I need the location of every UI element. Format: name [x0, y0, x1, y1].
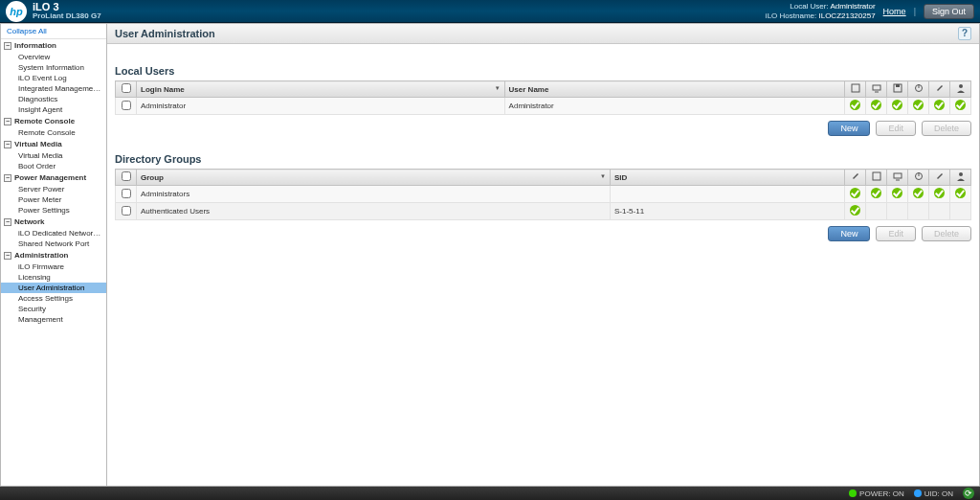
nav-group-header[interactable]: −Network: [1, 216, 106, 228]
nav-item[interactable]: iLO Dedicated Network Port: [1, 228, 106, 239]
nav-item[interactable]: Licensing: [1, 272, 106, 283]
dg-col-perm-admin[interactable]: [845, 170, 866, 186]
dg-delete-button: Delete: [922, 226, 971, 241]
svg-point-7: [959, 84, 963, 88]
nav-group-header[interactable]: −Power Management: [1, 171, 106, 184]
local-users-buttons: New Edit Delete: [115, 121, 971, 136]
row-checkbox[interactable]: [122, 189, 131, 198]
dg-col-perm-media[interactable]: [887, 170, 908, 186]
help-icon[interactable]: ?: [958, 27, 971, 40]
dg-select-all-header[interactable]: [116, 170, 137, 186]
brand-block: iLO 3 ProLiant DL380 G7: [33, 2, 101, 21]
dg-col-perm-user[interactable]: [950, 170, 971, 186]
cell-user: Administrator: [504, 98, 844, 115]
nav-group-header[interactable]: −Information: [1, 39, 106, 52]
nav-item[interactable]: User Administration: [1, 283, 106, 293]
col-perm-console[interactable]: [866, 81, 887, 98]
nav-item[interactable]: iLO Firmware: [1, 261, 106, 272]
nav-item[interactable]: Access Settings: [1, 293, 106, 304]
uid-status[interactable]: UID: ON: [914, 489, 953, 498]
local-users-new-button[interactable]: New: [828, 121, 870, 136]
svg-rect-0: [852, 84, 859, 92]
collapse-toggle-icon[interactable]: −: [4, 252, 11, 260]
nav-item[interactable]: Shared Network Port: [1, 239, 106, 249]
dg-col-perm-config[interactable]: [929, 170, 950, 186]
perm-cell: [866, 98, 887, 115]
nav-group-label: Information: [14, 41, 56, 50]
directory-groups-heading: Directory Groups: [115, 153, 971, 165]
power-icon: [914, 83, 924, 93]
nav-group-label: Power Management: [14, 173, 86, 182]
collapse-toggle-icon[interactable]: −: [4, 174, 11, 182]
nav-group-header[interactable]: −Remote Console: [1, 115, 106, 127]
perm-cell: [908, 98, 929, 115]
col-perm-power[interactable]: [908, 81, 929, 98]
perm-cell: [929, 186, 950, 203]
local-users-delete-button: Delete: [922, 121, 971, 136]
perm-cell: [950, 203, 971, 220]
nav-item[interactable]: Diagnostics: [1, 94, 106, 104]
home-link[interactable]: Home: [883, 7, 906, 16]
select-all-header[interactable]: [116, 81, 137, 98]
table-row[interactable]: Authenticated UsersS-1-5-11: [116, 203, 971, 220]
nav-group-header[interactable]: −Administration: [1, 249, 106, 261]
nav-item[interactable]: Power Settings: [1, 205, 106, 216]
nav-group-label: Virtual Media: [14, 140, 62, 148]
dg-col-perm-console[interactable]: [866, 170, 887, 186]
nav-item[interactable]: Remote Console: [1, 127, 106, 138]
nav-item[interactable]: Management: [1, 314, 106, 325]
perm-cell: [887, 203, 908, 220]
row-checkbox[interactable]: [122, 101, 131, 110]
granted-icon: [934, 100, 945, 110]
collapse-toggle-icon[interactable]: −: [4, 218, 11, 226]
nav-item[interactable]: iLO Event Log: [1, 73, 106, 83]
refresh-icon[interactable]: ⟳: [963, 488, 974, 499]
dg-col-perm-power[interactable]: [908, 170, 929, 186]
nav-item[interactable]: Server Power: [1, 184, 106, 194]
collapse-all-link[interactable]: Collapse All: [1, 24, 106, 39]
col-perm-config[interactable]: [929, 81, 950, 98]
signout-button[interactable]: Sign Out: [924, 4, 974, 19]
dg-new-button[interactable]: New: [828, 226, 870, 241]
power-status[interactable]: POWER: ON: [849, 489, 904, 498]
collapse-toggle-icon[interactable]: −: [4, 42, 11, 50]
media-icon: [893, 83, 902, 93]
nav-item[interactable]: Security: [1, 304, 106, 314]
row-select-cell[interactable]: [116, 203, 137, 220]
table-row[interactable]: AdministratorAdministrator: [116, 98, 971, 115]
nav-item[interactable]: Overview: [1, 52, 106, 62]
col-user-name[interactable]: User Name: [504, 81, 844, 98]
col-sid[interactable]: SID: [610, 170, 844, 186]
local-user-value: Administrator: [830, 2, 875, 11]
config-icon: [851, 171, 860, 181]
collapse-toggle-icon[interactable]: −: [4, 141, 11, 148]
col-login-name[interactable]: Login Name▼: [137, 81, 505, 98]
col-perm-media[interactable]: [887, 81, 908, 98]
dg-select-all-checkbox[interactable]: [122, 171, 131, 181]
nav-item[interactable]: Insight Agent: [1, 104, 106, 115]
nav-item[interactable]: System Information: [1, 62, 106, 73]
nav-item[interactable]: Power Meter: [1, 194, 106, 205]
col-group[interactable]: Group▼: [137, 170, 611, 186]
admin-icon: [851, 83, 860, 93]
col-perm-user[interactable]: [950, 81, 971, 98]
row-checkbox[interactable]: [122, 206, 131, 216]
row-select-cell[interactable]: [116, 98, 137, 115]
row-select-cell[interactable]: [116, 186, 137, 203]
collapse-toggle-icon[interactable]: −: [4, 118, 11, 125]
console-icon: [872, 83, 881, 93]
user-icon: [956, 171, 966, 181]
nav-group-header[interactable]: −Virtual Media: [1, 138, 106, 150]
granted-icon: [850, 205, 860, 216]
select-all-checkbox[interactable]: [122, 83, 131, 93]
cell-login: Administrator: [137, 98, 505, 115]
nav-item[interactable]: Virtual Media: [1, 150, 106, 161]
nav-item[interactable]: Integrated Management Log: [1, 83, 106, 94]
svg-rect-1: [873, 85, 880, 90]
granted-icon: [871, 188, 881, 198]
table-row[interactable]: Administrators: [116, 186, 971, 203]
col-perm-admin[interactable]: [845, 81, 866, 98]
perm-cell: [887, 98, 908, 115]
nav-item[interactable]: Boot Order: [1, 161, 106, 171]
local-user-label: Local User:: [790, 2, 828, 11]
